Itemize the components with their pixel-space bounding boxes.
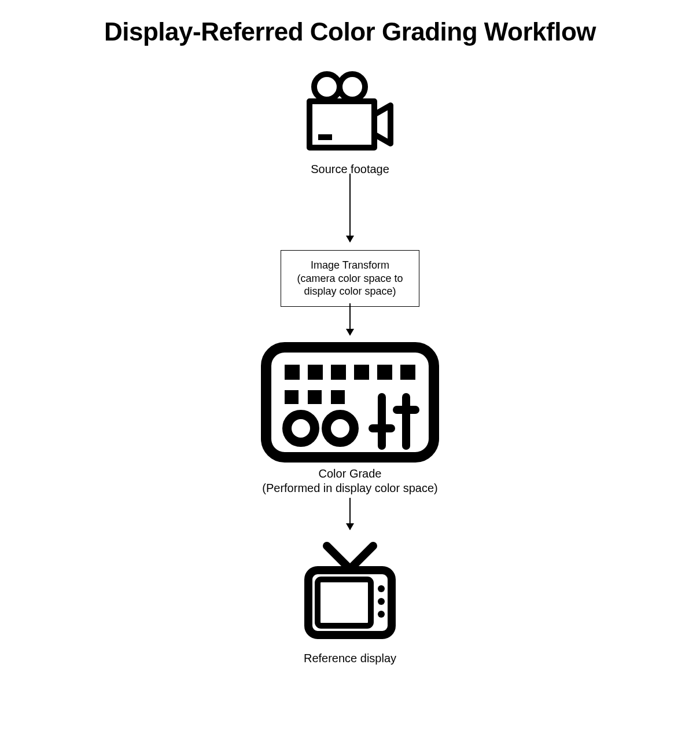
transform-line3: display color space) bbox=[292, 285, 408, 298]
svg-point-25 bbox=[378, 598, 385, 605]
arrow-1 bbox=[349, 174, 351, 242]
diagram-title: Display-Referred Color Grading Workflow bbox=[0, 17, 700, 46]
svg-point-0 bbox=[314, 74, 340, 100]
node-color-grade: Color Grade (Performed in display color … bbox=[260, 342, 440, 496]
arrow-2 bbox=[349, 303, 351, 335]
svg-rect-7 bbox=[331, 365, 346, 380]
svg-rect-12 bbox=[308, 390, 322, 404]
svg-point-15 bbox=[326, 414, 354, 442]
svg-rect-11 bbox=[285, 390, 299, 404]
svg-rect-5 bbox=[285, 365, 300, 380]
svg-rect-13 bbox=[331, 390, 345, 404]
grade-line2: (Performed in display color space) bbox=[260, 481, 440, 496]
svg-line-21 bbox=[350, 546, 373, 569]
transform-line2: (camera color space to bbox=[292, 272, 408, 285]
svg-rect-3 bbox=[318, 134, 332, 140]
svg-rect-6 bbox=[308, 365, 323, 380]
node-reference-display: Reference display bbox=[298, 535, 402, 666]
svg-rect-2 bbox=[310, 101, 374, 148]
svg-point-14 bbox=[287, 414, 315, 442]
svg-line-20 bbox=[327, 546, 350, 569]
arrow-3 bbox=[349, 498, 351, 530]
svg-rect-8 bbox=[354, 365, 369, 380]
transform-line1: Image Transform bbox=[292, 259, 408, 272]
svg-point-24 bbox=[378, 585, 385, 592]
grade-line1: Color Grade bbox=[260, 467, 440, 481]
node-source-footage: Source footage bbox=[301, 69, 399, 177]
svg-rect-23 bbox=[318, 579, 371, 626]
svg-point-26 bbox=[378, 611, 385, 618]
svg-point-1 bbox=[340, 74, 365, 100]
svg-rect-9 bbox=[377, 365, 392, 380]
control-panel-icon bbox=[260, 342, 440, 463]
film-camera-icon bbox=[301, 69, 399, 156]
node-image-transform: Image Transform (camera color space to d… bbox=[281, 250, 419, 307]
svg-rect-10 bbox=[400, 365, 415, 380]
tv-icon bbox=[298, 535, 402, 645]
reference-display-label: Reference display bbox=[298, 651, 402, 666]
